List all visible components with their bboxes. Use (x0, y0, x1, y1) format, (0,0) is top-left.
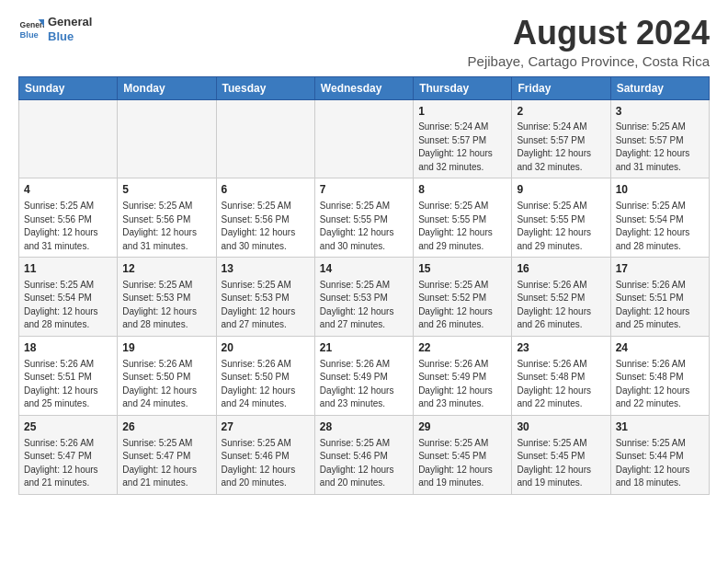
calendar-cell (118, 99, 216, 178)
day-info: Sunrise: 5:25 AM Sunset: 5:55 PM Dayligh… (320, 200, 408, 253)
calendar-cell: 5Sunrise: 5:25 AM Sunset: 5:56 PM Daylig… (118, 178, 216, 258)
day-number: 18 (24, 340, 112, 356)
day-info: Sunrise: 5:25 AM Sunset: 5:47 PM Dayligh… (122, 437, 210, 490)
logo: General Blue General Blue (18, 15, 92, 43)
weekday-header-tuesday: Tuesday (216, 76, 314, 99)
svg-text:General: General (20, 20, 44, 29)
day-info: Sunrise: 5:26 AM Sunset: 5:49 PM Dayligh… (320, 358, 408, 411)
day-info: Sunrise: 5:24 AM Sunset: 5:57 PM Dayligh… (418, 121, 506, 174)
calendar-cell: 17Sunrise: 5:26 AM Sunset: 5:51 PM Dayli… (610, 258, 709, 337)
weekday-header-sunday: Sunday (19, 76, 118, 99)
day-info: Sunrise: 5:25 AM Sunset: 5:45 PM Dayligh… (517, 437, 605, 490)
day-info: Sunrise: 5:25 AM Sunset: 5:55 PM Dayligh… (418, 200, 506, 253)
calendar-cell: 6Sunrise: 5:25 AM Sunset: 5:56 PM Daylig… (216, 178, 314, 258)
day-number: 26 (122, 419, 210, 435)
weekday-header-monday: Monday (118, 76, 216, 99)
day-info: Sunrise: 5:25 AM Sunset: 5:46 PM Dayligh… (320, 437, 408, 490)
day-number: 19 (122, 340, 210, 356)
day-info: Sunrise: 5:24 AM Sunset: 5:57 PM Dayligh… (517, 121, 605, 174)
day-info: Sunrise: 5:25 AM Sunset: 5:53 PM Dayligh… (320, 279, 408, 332)
calendar-cell: 21Sunrise: 5:26 AM Sunset: 5:49 PM Dayli… (314, 336, 413, 415)
calendar-cell: 18Sunrise: 5:26 AM Sunset: 5:51 PM Dayli… (19, 336, 118, 415)
calendar-cell: 30Sunrise: 5:25 AM Sunset: 5:45 PM Dayli… (512, 415, 610, 494)
day-number: 5 (122, 182, 210, 198)
weekday-header-friday: Friday (512, 76, 610, 99)
day-number: 2 (517, 104, 605, 120)
svg-text:Blue: Blue (20, 29, 39, 39)
calendar-cell: 15Sunrise: 5:25 AM Sunset: 5:52 PM Dayli… (414, 258, 512, 337)
day-number: 27 (222, 419, 310, 435)
calendar-cell: 19Sunrise: 5:26 AM Sunset: 5:50 PM Dayli… (118, 336, 216, 415)
month-year-title: August 2024 (468, 15, 710, 52)
day-info: Sunrise: 5:26 AM Sunset: 5:50 PM Dayligh… (122, 358, 210, 411)
calendar-cell: 31Sunrise: 5:25 AM Sunset: 5:44 PM Dayli… (610, 415, 709, 494)
day-number: 15 (418, 261, 506, 277)
day-number: 20 (222, 340, 310, 356)
day-number: 24 (616, 340, 704, 356)
weekday-header-saturday: Saturday (610, 76, 709, 99)
week-row-5: 25Sunrise: 5:26 AM Sunset: 5:47 PM Dayli… (19, 415, 710, 494)
location-subtitle: Pejibaye, Cartago Province, Costa Rica (468, 53, 710, 69)
title-block: August 2024 Pejibaye, Cartago Province, … (468, 15, 710, 69)
calendar-cell: 10Sunrise: 5:25 AM Sunset: 5:54 PM Dayli… (610, 178, 709, 258)
day-number: 21 (320, 340, 408, 356)
day-number: 12 (122, 261, 210, 277)
day-number: 16 (517, 261, 605, 277)
day-number: 28 (320, 419, 408, 435)
calendar-cell: 24Sunrise: 5:26 AM Sunset: 5:48 PM Dayli… (610, 336, 709, 415)
calendar-cell: 9Sunrise: 5:25 AM Sunset: 5:55 PM Daylig… (512, 178, 610, 258)
logo-line2: Blue (48, 29, 92, 44)
day-info: Sunrise: 5:25 AM Sunset: 5:56 PM Dayligh… (222, 200, 310, 253)
day-number: 8 (418, 182, 506, 198)
calendar-cell: 28Sunrise: 5:25 AM Sunset: 5:46 PM Dayli… (314, 415, 413, 494)
day-number: 7 (320, 182, 408, 198)
calendar-cell: 13Sunrise: 5:25 AM Sunset: 5:53 PM Dayli… (216, 258, 314, 337)
calendar-cell: 3Sunrise: 5:25 AM Sunset: 5:57 PM Daylig… (610, 99, 709, 178)
calendar-cell: 8Sunrise: 5:25 AM Sunset: 5:55 PM Daylig… (414, 178, 512, 258)
day-info: Sunrise: 5:25 AM Sunset: 5:44 PM Dayligh… (616, 437, 704, 490)
calendar-cell: 11Sunrise: 5:25 AM Sunset: 5:54 PM Dayli… (19, 258, 118, 337)
logo-line1: General (48, 15, 92, 29)
weekday-header-row: SundayMondayTuesdayWednesdayThursdayFrid… (19, 76, 710, 99)
day-info: Sunrise: 5:26 AM Sunset: 5:48 PM Dayligh… (616, 358, 704, 411)
calendar-cell: 27Sunrise: 5:25 AM Sunset: 5:46 PM Dayli… (216, 415, 314, 494)
week-row-3: 11Sunrise: 5:25 AM Sunset: 5:54 PM Dayli… (19, 258, 710, 337)
day-number: 3 (616, 104, 704, 120)
day-info: Sunrise: 5:25 AM Sunset: 5:56 PM Dayligh… (122, 200, 210, 253)
day-info: Sunrise: 5:25 AM Sunset: 5:45 PM Dayligh… (418, 437, 506, 490)
day-number: 31 (616, 419, 704, 435)
week-row-2: 4Sunrise: 5:25 AM Sunset: 5:56 PM Daylig… (19, 178, 710, 258)
day-number: 9 (517, 182, 605, 198)
weekday-header-wednesday: Wednesday (314, 76, 413, 99)
calendar-cell: 22Sunrise: 5:26 AM Sunset: 5:49 PM Dayli… (414, 336, 512, 415)
day-info: Sunrise: 5:25 AM Sunset: 5:55 PM Dayligh… (517, 200, 605, 253)
week-row-1: 1Sunrise: 5:24 AM Sunset: 5:57 PM Daylig… (19, 99, 710, 178)
day-info: Sunrise: 5:25 AM Sunset: 5:52 PM Dayligh… (418, 279, 506, 332)
day-number: 17 (616, 261, 704, 277)
day-number: 1 (418, 104, 506, 120)
weekday-header-thursday: Thursday (414, 76, 512, 99)
calendar-cell (19, 99, 118, 178)
day-info: Sunrise: 5:26 AM Sunset: 5:49 PM Dayligh… (418, 358, 506, 411)
day-info: Sunrise: 5:26 AM Sunset: 5:52 PM Dayligh… (517, 279, 605, 332)
day-number: 30 (517, 419, 605, 435)
logo-icon: General Blue (18, 17, 44, 42)
calendar-cell: 12Sunrise: 5:25 AM Sunset: 5:53 PM Dayli… (118, 258, 216, 337)
day-info: Sunrise: 5:26 AM Sunset: 5:51 PM Dayligh… (24, 358, 112, 411)
day-info: Sunrise: 5:25 AM Sunset: 5:54 PM Dayligh… (24, 279, 112, 332)
day-number: 4 (24, 182, 112, 198)
day-number: 14 (320, 261, 408, 277)
day-number: 22 (418, 340, 506, 356)
day-number: 29 (418, 419, 506, 435)
day-info: Sunrise: 5:25 AM Sunset: 5:57 PM Dayligh… (616, 121, 704, 174)
calendar-cell: 7Sunrise: 5:25 AM Sunset: 5:55 PM Daylig… (314, 178, 413, 258)
page-header: General Blue General Blue August 2024 Pe… (18, 15, 710, 69)
day-info: Sunrise: 5:25 AM Sunset: 5:46 PM Dayligh… (222, 437, 310, 490)
day-number: 6 (222, 182, 310, 198)
calendar-cell: 23Sunrise: 5:26 AM Sunset: 5:48 PM Dayli… (512, 336, 610, 415)
day-info: Sunrise: 5:25 AM Sunset: 5:56 PM Dayligh… (24, 200, 112, 253)
calendar-cell (216, 99, 314, 178)
day-info: Sunrise: 5:25 AM Sunset: 5:53 PM Dayligh… (122, 279, 210, 332)
day-number: 25 (24, 419, 112, 435)
week-row-4: 18Sunrise: 5:26 AM Sunset: 5:51 PM Dayli… (19, 336, 710, 415)
